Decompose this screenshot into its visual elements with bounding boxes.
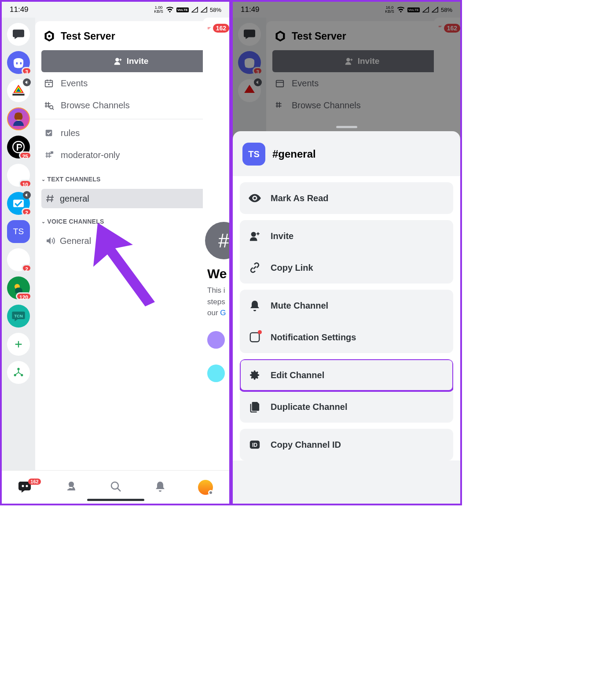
svg-point-9 <box>48 35 50 37</box>
volte-icon: VoLTE <box>176 7 189 12</box>
badge: 10 <box>19 180 32 188</box>
svg-text:ID: ID <box>252 442 257 448</box>
sheet-handle[interactable] <box>336 126 357 128</box>
invite-action[interactable]: Invite <box>240 220 453 252</box>
server-boost-icon <box>43 30 55 42</box>
server-wumpus[interactable]: 3 <box>7 51 30 74</box>
notification-dot <box>258 330 262 334</box>
add-server[interactable] <box>7 333 30 356</box>
svg-rect-11 <box>45 81 53 87</box>
id-icon: ID <box>249 439 260 450</box>
svg-point-10 <box>115 58 119 62</box>
unread-badge: 162 <box>213 24 229 33</box>
svg-point-16 <box>22 485 24 487</box>
status-indicators: 1.00KB/S VoLTE 58% <box>154 6 221 14</box>
svg-rect-3 <box>13 200 24 207</box>
nav-notifications[interactable] <box>154 480 166 494</box>
copy-icon <box>249 401 260 413</box>
browse-icon <box>44 100 54 110</box>
svg-point-21 <box>253 197 256 199</box>
channel-general[interactable]: general <box>41 189 220 208</box>
hash-icon <box>45 193 55 204</box>
svg-point-12 <box>48 84 50 85</box>
events-item[interactable]: Events <box>41 72 220 94</box>
copy-channel-id-action[interactable]: IDCopy Channel ID <box>240 429 453 460</box>
badge: 2 <box>22 208 32 216</box>
notification-settings-action[interactable]: Notification Settings <box>240 321 453 353</box>
server-p[interactable]: 25 <box>7 136 30 158</box>
bell-icon <box>249 300 260 311</box>
signal-icon-2 <box>201 7 207 13</box>
channel-name: #general <box>272 148 316 160</box>
svg-point-22 <box>251 232 256 237</box>
edit-channel-action[interactable]: Edit Channel <box>240 359 453 391</box>
server-blank2[interactable]: 2 <box>7 248 30 271</box>
badge: 2 <box>22 264 32 272</box>
server-title[interactable]: Test Server <box>61 30 202 42</box>
browse-item[interactable]: Browse Channels <box>41 94 220 116</box>
svg-text:TCN: TCN <box>14 313 23 318</box>
lines-icon <box>207 25 211 31</box>
speaker-icon <box>45 236 55 246</box>
svg-point-17 <box>26 485 28 487</box>
server-blank[interactable]: 10 <box>7 164 30 187</box>
search-icon <box>110 480 122 493</box>
chat-peek: 162 # We This istepsour G <box>203 18 229 473</box>
wifi-icon <box>166 7 174 13</box>
copy-link-action[interactable]: Copy Link <box>240 252 453 284</box>
add-user-icon <box>249 231 260 241</box>
hash-large-icon: # <box>205 222 229 259</box>
channel-actions-sheet: TS #general Mark As Read Invite Copy Lin… <box>233 131 460 504</box>
svg-point-2 <box>13 141 24 153</box>
eye-icon <box>249 194 261 203</box>
chevron-down-icon: ⌄ <box>41 219 45 225</box>
nav-profile[interactable] <box>198 480 213 495</box>
duplicate-channel-action[interactable]: Duplicate Channel <box>240 391 453 423</box>
mark-as-read[interactable]: Mark As Read <box>240 182 453 214</box>
text-channels-category[interactable]: ⌄TEXT CHANNELS+ <box>41 166 220 189</box>
server-ts-active[interactable]: TS <box>7 220 30 243</box>
hash-lock-icon <box>44 150 54 160</box>
speaker-icon <box>23 78 31 86</box>
rules-icon <box>44 128 54 138</box>
server-rail[interactable]: 3 25 10 2 TS 2 120 TCN <box>2 18 35 504</box>
svg-rect-0 <box>12 94 24 96</box>
svg-rect-14 <box>46 130 52 136</box>
gear-icon <box>249 369 261 381</box>
link-icon <box>249 262 260 273</box>
welcome-heading: We <box>207 266 229 281</box>
status-time: 11:49 <box>10 5 29 14</box>
rules-channel[interactable]: rules <box>41 122 220 144</box>
mute-channel-action[interactable]: Mute Channel <box>240 290 453 321</box>
badge: 25 <box>19 151 32 159</box>
server-sail[interactable] <box>7 79 30 102</box>
home-indicator <box>87 499 144 501</box>
speaker-icon <box>23 191 31 199</box>
phone-right: 11:49 16.0KB/SVoLTE58% 3 Test Server••• … <box>231 0 462 505</box>
badge: 3 <box>22 67 32 75</box>
plus-icon <box>14 339 23 349</box>
nav-search[interactable] <box>110 480 122 494</box>
nav-home[interactable]: 162 <box>18 480 33 494</box>
sheet-header: TS #general <box>233 131 460 176</box>
server-tcn[interactable]: TCN <box>7 305 30 328</box>
nav-friends[interactable] <box>65 480 77 494</box>
nav-badge: 162 <box>28 479 40 485</box>
server-tc[interactable]: 2 <box>7 192 30 215</box>
signal-icon <box>191 7 198 13</box>
svg-point-18 <box>111 482 118 489</box>
svg-point-6 <box>17 368 19 370</box>
dm-button[interactable] <box>7 23 30 46</box>
cursor-arrow <box>93 218 164 306</box>
svg-rect-23 <box>250 333 259 342</box>
chat-icon <box>13 29 24 39</box>
bell-icon <box>154 480 166 493</box>
status-bar: 11:49 1.00KB/S VoLTE 58% <box>2 2 229 18</box>
phone-left: 11:49 1.00KB/S VoLTE 58% 3 25 10 2 TS 2 … <box>0 0 231 505</box>
chevron-down-icon: ⌄ <box>41 177 45 182</box>
server-portrait[interactable] <box>7 107 30 130</box>
moderator-channel[interactable]: moderator-only <box>41 144 220 166</box>
server-green[interactable]: 120 <box>7 276 30 299</box>
invite-button[interactable]: Invite <box>41 50 220 72</box>
discover[interactable] <box>7 361 30 384</box>
